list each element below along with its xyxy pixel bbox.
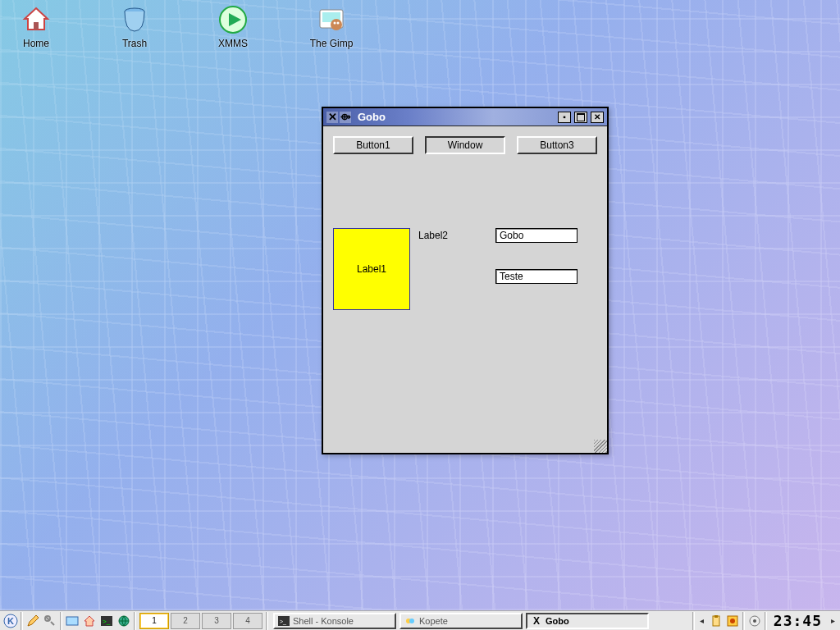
desktop-pager: 1 2 3 4: [139, 613, 262, 629]
sound-icon[interactable]: [748, 614, 761, 628]
desktop-icons: Home Trash XMMS The Gimp: [11, 3, 356, 49]
xmms-icon: [217, 3, 249, 36]
svg-text:>_: >_: [280, 619, 286, 625]
pencil-icon[interactable]: [25, 614, 40, 628]
task-buttons: >_ Shell - Konsole Kopete X Gobo: [273, 613, 692, 629]
svg-text:K: K: [7, 616, 14, 626]
systray: ◂ 23:45 ▸: [695, 612, 840, 630]
desktop-icon-xmms[interactable]: XMMS: [208, 3, 258, 49]
button-window[interactable]: Window: [425, 136, 505, 154]
taskbar: K >_ 1 2 3 4 >_ Shell - Konsole Kopete X…: [0, 610, 840, 630]
svg-rect-21: [714, 615, 718, 618]
task-label: Shell - Konsole: [293, 616, 354, 626]
desktop-icon-label: Home: [23, 38, 49, 49]
separator: [765, 612, 767, 630]
desktop-icon-trash[interactable]: Trash: [110, 3, 159, 49]
svg-point-7: [334, 22, 336, 25]
pager-cell-4[interactable]: 4: [233, 613, 262, 629]
resize-grip[interactable]: [594, 440, 607, 453]
separator: [21, 612, 23, 630]
separator: [134, 612, 136, 630]
show-desktop-icon[interactable]: [65, 614, 80, 628]
task-kopete[interactable]: Kopete: [399, 613, 523, 629]
separator: [266, 612, 268, 630]
home-launcher-icon[interactable]: [82, 614, 97, 628]
label1-panel: Label1: [333, 228, 410, 310]
window-controls: ▪ ✕: [558, 112, 604, 123]
label1-text: Label1: [357, 263, 386, 275]
task-label: Gobo: [546, 616, 569, 626]
pager-cell-3[interactable]: 3: [202, 613, 231, 629]
taskbar-clock[interactable]: 23:45: [770, 612, 825, 629]
x-app-icon: X: [531, 615, 542, 627]
tray-expand-icon[interactable]: ◂: [698, 616, 706, 625]
window-body: Button1 Window Button3 Label1 Label2: [323, 126, 607, 453]
svg-point-25: [753, 619, 756, 623]
svg-point-19: [409, 619, 414, 623]
titlebar[interactable]: ✕ ⟴ Gobo ▪ ✕: [323, 108, 607, 126]
terminal-icon: >_: [278, 615, 290, 627]
maximize-button[interactable]: [574, 112, 587, 123]
svg-point-6: [331, 19, 342, 30]
separator: [742, 612, 745, 630]
svg-point-8: [337, 22, 340, 25]
pin-icon[interactable]: ⟴: [340, 112, 351, 123]
browser-launcher-icon[interactable]: [116, 614, 131, 628]
pager-cell-1[interactable]: 1: [139, 613, 169, 629]
svg-rect-0: [34, 22, 39, 30]
close-button[interactable]: ✕: [591, 112, 604, 123]
task-gobo[interactable]: X Gobo: [526, 613, 649, 629]
kopete-icon: [404, 615, 416, 627]
window-title: Gobo: [358, 111, 558, 123]
label2-text: Label2: [418, 230, 448, 241]
input-teste[interactable]: [495, 269, 578, 284]
panel-hide-icon[interactable]: ▸: [829, 616, 837, 625]
app-window-gobo[interactable]: ✕ ⟴ Gobo ▪ ✕ Button1 Window Button3 Labe…: [322, 107, 609, 454]
button1[interactable]: Button1: [333, 136, 413, 154]
desktop[interactable]: Home Trash XMMS The Gimp ✕ ⟴ Gobo: [0, 0, 840, 610]
klipper-icon[interactable]: [710, 614, 723, 628]
svg-rect-12: [66, 617, 78, 625]
input-gobo[interactable]: [495, 228, 578, 243]
button-row: Button1 Window Button3: [333, 136, 597, 154]
tray-app-icon[interactable]: [726, 614, 739, 628]
svg-point-23: [730, 619, 735, 623]
pager-cell-2[interactable]: 2: [171, 613, 200, 629]
desktop-icon-gimp[interactable]: The Gimp: [307, 3, 356, 49]
terminal-launcher-icon[interactable]: >_: [99, 614, 114, 628]
taskbar-launchers: K >_: [0, 611, 136, 630]
tool-icon[interactable]: [43, 614, 57, 628]
home-icon: [20, 3, 52, 36]
task-shell-konsole[interactable]: >_ Shell - Konsole: [273, 613, 396, 629]
trash-icon: [118, 3, 151, 36]
desktop-icon-label: The Gimp: [310, 38, 354, 49]
desktop-icon-home[interactable]: Home: [11, 3, 61, 49]
task-label: Kopete: [419, 616, 448, 626]
separator: [60, 612, 62, 630]
gimp-icon: [315, 3, 348, 36]
minimize-button[interactable]: ▪: [558, 112, 571, 123]
button3[interactable]: Button3: [517, 136, 597, 154]
svg-text:>_: >_: [103, 618, 111, 625]
desktop-icon-label: Trash: [122, 38, 147, 49]
desktop-icon-label: XMMS: [218, 38, 248, 49]
window-menu-icon[interactable]: ✕: [326, 112, 338, 123]
kmenu-icon[interactable]: K: [3, 614, 18, 628]
